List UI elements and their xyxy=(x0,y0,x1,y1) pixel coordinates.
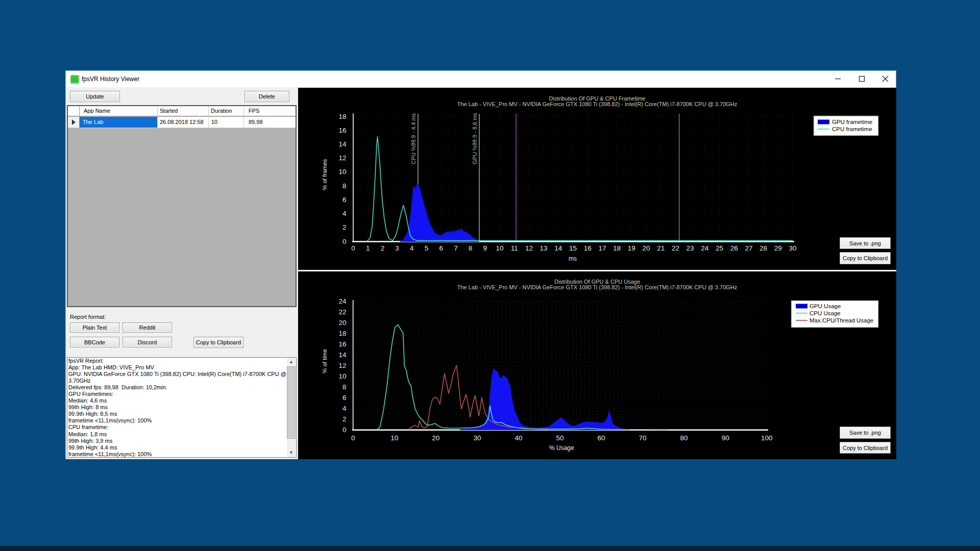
svg-text:12: 12 xyxy=(338,154,346,162)
svg-text:5: 5 xyxy=(425,244,429,252)
svg-text:16: 16 xyxy=(338,340,346,348)
svg-text:8: 8 xyxy=(342,383,347,391)
svg-text:20: 20 xyxy=(642,244,650,252)
svg-text:24: 24 xyxy=(701,244,709,252)
svg-text:17: 17 xyxy=(598,244,606,252)
svg-text:8: 8 xyxy=(469,244,473,252)
svg-text:0: 0 xyxy=(351,434,355,442)
svg-text:14: 14 xyxy=(338,140,347,148)
svg-text:16: 16 xyxy=(338,127,346,134)
svg-text:GPU Usage: GPU Usage xyxy=(810,303,841,309)
svg-text:18: 18 xyxy=(613,244,621,252)
svg-text:GPU frametime: GPU frametime xyxy=(832,119,872,125)
svg-text:The Lab - VIVE_Pro MV - NVIDIA: The Lab - VIVE_Pro MV - NVIDIA GeForce G… xyxy=(457,101,738,107)
svg-text:20: 20 xyxy=(338,319,346,327)
svg-text:15: 15 xyxy=(569,244,577,252)
svg-text:16: 16 xyxy=(584,244,592,252)
svg-text:50: 50 xyxy=(556,434,564,442)
svg-text:Max.CPU/Thread Usage: Max.CPU/Thread Usage xyxy=(810,317,873,323)
svg-text:23: 23 xyxy=(687,244,694,252)
svg-text:6: 6 xyxy=(439,244,443,252)
svg-text:2: 2 xyxy=(381,244,385,252)
svg-text:14: 14 xyxy=(554,244,562,252)
svg-text:GPU %99.9 - 8,6 ms: GPU %99.9 - 8,6 ms xyxy=(472,113,478,164)
svg-text:100: 100 xyxy=(761,434,773,442)
svg-text:14: 14 xyxy=(338,351,347,359)
svg-text:6: 6 xyxy=(342,196,347,204)
svg-text:4: 4 xyxy=(410,244,414,252)
svg-text:10: 10 xyxy=(338,372,346,380)
svg-text:18: 18 xyxy=(338,113,346,120)
svg-text:4: 4 xyxy=(342,405,347,412)
svg-text:22: 22 xyxy=(338,308,346,316)
svg-text:9: 9 xyxy=(483,244,487,252)
svg-text:% of frames: % of frames xyxy=(322,159,328,190)
svg-text:27: 27 xyxy=(745,244,752,252)
svg-text:19: 19 xyxy=(628,244,635,252)
svg-text:% Usage: % Usage xyxy=(549,444,574,452)
svg-text:4: 4 xyxy=(342,210,347,217)
svg-text:29: 29 xyxy=(774,244,782,252)
svg-text:90: 90 xyxy=(722,434,729,442)
svg-text:0: 0 xyxy=(342,426,347,434)
svg-text:% of time: % of time xyxy=(322,349,328,373)
svg-text:0: 0 xyxy=(342,238,347,245)
svg-text:0: 0 xyxy=(351,244,355,252)
svg-text:40: 40 xyxy=(514,434,522,442)
svg-text:13: 13 xyxy=(540,244,548,252)
svg-text:25: 25 xyxy=(716,244,723,252)
svg-text:10: 10 xyxy=(390,434,398,442)
svg-text:10: 10 xyxy=(496,244,503,252)
svg-text:12: 12 xyxy=(525,244,533,252)
svg-text:CPU %99.9 - 4,4 ms: CPU %99.9 - 4,4 ms xyxy=(410,113,416,164)
svg-text:2: 2 xyxy=(342,223,347,231)
svg-text:CPU frametime: CPU frametime xyxy=(832,126,872,132)
svg-text:70: 70 xyxy=(639,434,647,442)
svg-text:2: 2 xyxy=(342,415,347,423)
svg-text:7: 7 xyxy=(454,244,458,252)
svg-text:3: 3 xyxy=(395,244,399,252)
svg-text:28: 28 xyxy=(760,244,767,252)
svg-text:80: 80 xyxy=(680,434,688,442)
svg-text:21: 21 xyxy=(657,244,665,252)
svg-text:24: 24 xyxy=(338,297,347,305)
svg-text:22: 22 xyxy=(672,244,679,252)
svg-text:CPU Usage: CPU Usage xyxy=(810,310,841,316)
svg-text:18: 18 xyxy=(338,330,346,337)
svg-text:30: 30 xyxy=(789,244,796,252)
svg-text:8: 8 xyxy=(342,182,347,190)
svg-text:12: 12 xyxy=(338,362,346,369)
svg-text:11: 11 xyxy=(511,244,518,252)
svg-text:30: 30 xyxy=(473,434,481,442)
svg-text:6: 6 xyxy=(342,394,347,402)
svg-text:10: 10 xyxy=(338,168,346,176)
svg-text:60: 60 xyxy=(597,434,605,442)
svg-text:26: 26 xyxy=(730,244,738,252)
svg-text:The Lab - VIVE_Pro MV - NVIDIA: The Lab - VIVE_Pro MV - NVIDIA GeForce G… xyxy=(457,284,738,290)
svg-text:20: 20 xyxy=(432,434,439,442)
svg-text:1: 1 xyxy=(366,244,370,252)
svg-text:ms: ms xyxy=(569,255,577,262)
